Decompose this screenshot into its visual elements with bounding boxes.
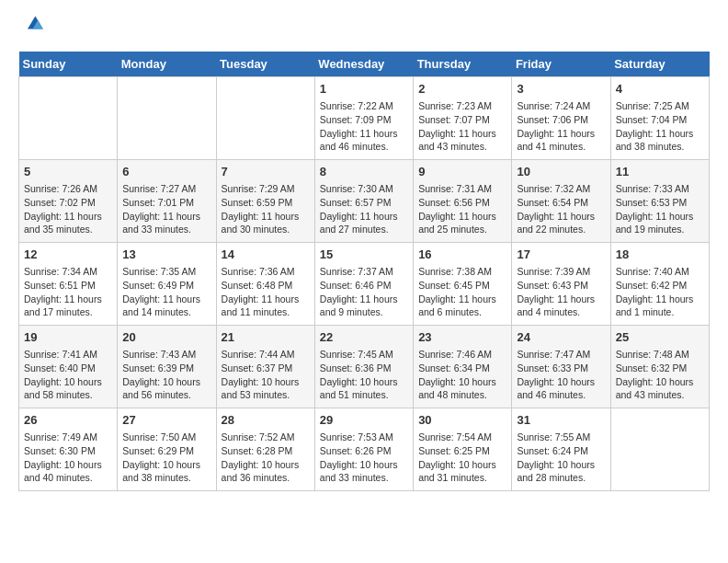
- day-number: 4: [616, 81, 704, 98]
- day-info: Sunrise: 7:29 AM Sunset: 6:59 PM Dayligh…: [222, 182, 310, 236]
- calendar-header: SundayMondayTuesdayWednesdayThursdayFrid…: [19, 52, 710, 77]
- weekday-header: Monday: [118, 52, 216, 77]
- day-number: 15: [320, 247, 408, 263]
- day-info: Sunrise: 7:30 AM Sunset: 6:57 PM Dayligh…: [320, 182, 408, 236]
- day-info: Sunrise: 7:44 AM Sunset: 6:37 PM Dayligh…: [222, 348, 310, 402]
- day-number: 20: [122, 329, 210, 346]
- calendar-cell: 23Sunrise: 7:46 AM Sunset: 6:34 PM Dayli…: [414, 326, 512, 408]
- weekday-header: Sunday: [19, 52, 118, 77]
- day-number: 9: [418, 164, 506, 180]
- day-info: Sunrise: 7:32 AM Sunset: 6:54 PM Dayligh…: [517, 182, 605, 236]
- calendar-cell: 16Sunrise: 7:38 AM Sunset: 6:45 PM Dayli…: [414, 243, 512, 326]
- day-number: 5: [24, 164, 112, 180]
- day-info: Sunrise: 7:31 AM Sunset: 6:56 PM Dayligh…: [418, 182, 506, 236]
- day-info: Sunrise: 7:47 AM Sunset: 6:33 PM Dayligh…: [517, 348, 605, 402]
- day-info: Sunrise: 7:24 AM Sunset: 7:06 PM Dayligh…: [517, 99, 605, 154]
- calendar-cell: 24Sunrise: 7:47 AM Sunset: 6:33 PM Dayli…: [512, 326, 610, 408]
- day-info: Sunrise: 7:53 AM Sunset: 6:26 PM Dayligh…: [320, 431, 408, 485]
- weekday-header: Wednesday: [314, 52, 413, 77]
- calendar-cell: 21Sunrise: 7:44 AM Sunset: 6:37 PM Dayli…: [216, 326, 314, 408]
- calendar-cell: 8Sunrise: 7:30 AM Sunset: 6:57 PM Daylig…: [314, 160, 413, 243]
- day-info: Sunrise: 7:43 AM Sunset: 6:39 PM Dayligh…: [122, 348, 210, 402]
- logo-icon: [21, 11, 47, 37]
- day-info: Sunrise: 7:25 AM Sunset: 7:04 PM Dayligh…: [616, 99, 704, 154]
- day-number: 30: [418, 412, 506, 429]
- day-info: Sunrise: 7:40 AM Sunset: 6:42 PM Dayligh…: [616, 265, 704, 319]
- day-number: 19: [24, 329, 112, 346]
- calendar-cell: 30Sunrise: 7:54 AM Sunset: 6:25 PM Dayli…: [414, 408, 512, 491]
- day-number: 7: [222, 164, 310, 180]
- day-info: Sunrise: 7:35 AM Sunset: 6:49 PM Dayligh…: [122, 265, 210, 319]
- day-info: Sunrise: 7:37 AM Sunset: 6:46 PM Dayligh…: [320, 265, 408, 319]
- day-info: Sunrise: 7:39 AM Sunset: 6:43 PM Dayligh…: [517, 265, 605, 319]
- calendar-week-row: 26Sunrise: 7:49 AM Sunset: 6:30 PM Dayli…: [19, 408, 710, 491]
- day-info: Sunrise: 7:36 AM Sunset: 6:48 PM Dayligh…: [222, 265, 310, 319]
- day-number: 14: [222, 247, 310, 263]
- calendar-cell: 26Sunrise: 7:49 AM Sunset: 6:30 PM Dayli…: [19, 408, 118, 491]
- day-info: Sunrise: 7:33 AM Sunset: 6:53 PM Dayligh…: [616, 182, 704, 236]
- day-number: 11: [616, 164, 704, 180]
- weekday-header: Friday: [512, 52, 610, 77]
- day-info: Sunrise: 7:45 AM Sunset: 6:36 PM Dayligh…: [320, 348, 408, 402]
- day-info: Sunrise: 7:52 AM Sunset: 6:28 PM Dayligh…: [222, 431, 310, 485]
- day-info: Sunrise: 7:23 AM Sunset: 7:07 PM Dayligh…: [418, 99, 506, 154]
- weekday-header: Tuesday: [216, 52, 314, 77]
- calendar-cell: 4Sunrise: 7:25 AM Sunset: 7:04 PM Daylig…: [610, 77, 709, 160]
- weekday-header: Thursday: [414, 52, 512, 77]
- day-number: 18: [616, 247, 704, 263]
- day-number: 1: [320, 81, 408, 98]
- calendar-cell: 29Sunrise: 7:53 AM Sunset: 6:26 PM Dayli…: [314, 408, 413, 491]
- day-info: Sunrise: 7:49 AM Sunset: 6:30 PM Dayligh…: [24, 431, 112, 485]
- day-info: Sunrise: 7:41 AM Sunset: 6:40 PM Dayligh…: [24, 348, 112, 402]
- day-number: 26: [24, 412, 112, 429]
- day-number: 16: [418, 247, 506, 263]
- calendar-cell: 5Sunrise: 7:26 AM Sunset: 7:02 PM Daylig…: [19, 160, 118, 243]
- calendar-cell: 14Sunrise: 7:36 AM Sunset: 6:48 PM Dayli…: [216, 243, 314, 326]
- calendar-cell: 12Sunrise: 7:34 AM Sunset: 6:51 PM Dayli…: [19, 243, 118, 326]
- day-info: Sunrise: 7:26 AM Sunset: 7:02 PM Dayligh…: [24, 182, 112, 236]
- day-info: Sunrise: 7:50 AM Sunset: 6:29 PM Dayligh…: [122, 431, 210, 485]
- calendar-cell: 15Sunrise: 7:37 AM Sunset: 6:46 PM Dayli…: [314, 243, 413, 326]
- calendar-cell: 22Sunrise: 7:45 AM Sunset: 6:36 PM Dayli…: [314, 326, 413, 408]
- calendar-cell: 7Sunrise: 7:29 AM Sunset: 6:59 PM Daylig…: [216, 160, 314, 243]
- logo: [18, 18, 47, 37]
- day-number: 27: [122, 412, 210, 429]
- calendar-week-row: 5Sunrise: 7:26 AM Sunset: 7:02 PM Daylig…: [19, 160, 710, 243]
- weekday-header: Saturday: [610, 52, 709, 77]
- calendar-cell: 11Sunrise: 7:33 AM Sunset: 6:53 PM Dayli…: [610, 160, 709, 243]
- day-info: Sunrise: 7:54 AM Sunset: 6:25 PM Dayligh…: [418, 431, 506, 485]
- day-number: 21: [222, 329, 310, 346]
- header-row: SundayMondayTuesdayWednesdayThursdayFrid…: [19, 52, 710, 77]
- calendar-cell: [118, 77, 216, 160]
- day-number: 12: [24, 247, 112, 263]
- calendar-cell: [610, 408, 709, 491]
- page-header: [18, 18, 710, 37]
- day-number: 22: [320, 329, 408, 346]
- day-number: 8: [320, 164, 408, 180]
- day-info: Sunrise: 7:38 AM Sunset: 6:45 PM Dayligh…: [418, 265, 506, 319]
- calendar-cell: 28Sunrise: 7:52 AM Sunset: 6:28 PM Dayli…: [216, 408, 314, 491]
- day-info: Sunrise: 7:34 AM Sunset: 6:51 PM Dayligh…: [24, 265, 112, 319]
- day-info: Sunrise: 7:46 AM Sunset: 6:34 PM Dayligh…: [418, 348, 506, 402]
- calendar-cell: 20Sunrise: 7:43 AM Sunset: 6:39 PM Dayli…: [118, 326, 216, 408]
- calendar-week-row: 12Sunrise: 7:34 AM Sunset: 6:51 PM Dayli…: [19, 243, 710, 326]
- calendar-week-row: 19Sunrise: 7:41 AM Sunset: 6:40 PM Dayli…: [19, 326, 710, 408]
- calendar-cell: 18Sunrise: 7:40 AM Sunset: 6:42 PM Dayli…: [610, 243, 709, 326]
- calendar-week-row: 1Sunrise: 7:22 AM Sunset: 7:09 PM Daylig…: [19, 77, 710, 160]
- day-number: 28: [222, 412, 310, 429]
- calendar-cell: 25Sunrise: 7:48 AM Sunset: 6:32 PM Dayli…: [610, 326, 709, 408]
- day-number: 3: [517, 81, 605, 98]
- day-number: 6: [122, 164, 210, 180]
- day-number: 23: [418, 329, 506, 346]
- day-number: 25: [616, 329, 704, 346]
- day-number: 17: [517, 247, 605, 263]
- day-info: Sunrise: 7:55 AM Sunset: 6:24 PM Dayligh…: [517, 431, 605, 485]
- day-info: Sunrise: 7:48 AM Sunset: 6:32 PM Dayligh…: [616, 348, 704, 402]
- calendar-cell: 9Sunrise: 7:31 AM Sunset: 6:56 PM Daylig…: [414, 160, 512, 243]
- calendar-table: SundayMondayTuesdayWednesdayThursdayFrid…: [18, 52, 710, 491]
- day-number: 31: [517, 412, 605, 429]
- calendar-cell: 10Sunrise: 7:32 AM Sunset: 6:54 PM Dayli…: [512, 160, 610, 243]
- calendar-cell: 2Sunrise: 7:23 AM Sunset: 7:07 PM Daylig…: [414, 77, 512, 160]
- day-number: 13: [122, 247, 210, 263]
- calendar-body: 1Sunrise: 7:22 AM Sunset: 7:09 PM Daylig…: [19, 77, 710, 491]
